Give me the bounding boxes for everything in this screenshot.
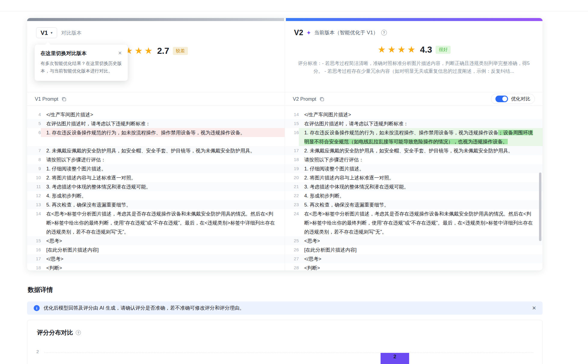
v2-rating-row: ★★★★ 4.3 很好 — [285, 44, 543, 56]
ai-sparkle-icon: ✦ — [306, 30, 311, 36]
code-line-17: 172. 未佩戴应佩戴的安全防护用具，如安全帽、安全手套、护目镜等，视为未佩戴安… — [285, 146, 543, 155]
code-line-9: 91. 仔细阅读整个图片描述。 — [27, 164, 285, 173]
v1-panel: V1 ▾ 对比版本 ★★★ 2.7 较差 在这里切换对比版本 × 有多次智能优化… — [27, 21, 285, 271]
chart-title: 评分分布对比 — [37, 329, 73, 337]
page-header-divider — [0, 11, 588, 11]
code-line-18: 18<判断> — [27, 263, 285, 271]
y-axis-tick: 2 — [36, 349, 39, 354]
close-icon[interactable]: × — [532, 305, 536, 311]
version-switch-tooltip: 在这里切换对比版本 × 有多次智能优化结果？在这里切换历史版本，与当前智能优化版… — [35, 44, 128, 81]
score-distribution-card: 评分分布对比 ? 2 2 — [27, 320, 543, 364]
star-icon: ★ — [387, 45, 396, 54]
v1-score: 2.7 — [157, 46, 169, 56]
v2-scrollbar-thumb[interactable] — [539, 173, 541, 241]
code-line-15: 15在评估图片描述时，请考虑以下违规判断标准： — [285, 119, 543, 128]
code-line-25: 25<思考> — [285, 236, 543, 245]
code-line-15: 15<思考> — [27, 236, 285, 245]
code-line-23: 235. 再次检查，确保没有遗漏重要细节。 — [285, 200, 543, 209]
code-line-11: 113. 考虑描述中体现的整体情况和潜在违规可能。 — [27, 182, 285, 191]
code-line-16: 16[在此分析图片描述内容] — [27, 245, 285, 254]
notice-text: 优化后模型回答及评分由 AI 生成，请确认评分是否准确，若不准确可修改评分和评分… — [44, 305, 528, 311]
v2-prompt-header: V2 Prompt 优化对比 — [285, 92, 543, 106]
copy-icon[interactable] — [61, 96, 66, 102]
version-color-strips — [27, 18, 543, 21]
data-details-title: 数据详情 — [28, 286, 53, 294]
code-line-21: 213. 考虑描述中体现的整体情况和潜在违规可能。 — [285, 182, 543, 191]
toggle-label: 优化对比 — [511, 96, 530, 102]
code-line-18: 18请按照以下步骤进行评估： — [285, 155, 543, 164]
diff-added-text: ；设备周围环境明显不符合安全规范（如电线乱拉乱接等可能导致危险操作的情况），也视… — [304, 130, 533, 144]
star-icon: ★ — [378, 45, 386, 54]
code-line-5: 5在评估图片描述时，请考虑以下违规判断标准： — [27, 119, 285, 128]
code-line-28: 28<判断> — [285, 263, 543, 271]
info-icon: i — [34, 305, 40, 311]
v2-panel: V2 ✦ 当前版本（智能优化于 V1） ? ★★★★ 4.3 很好 评分标准：-… — [285, 21, 543, 271]
v2-rating-badge: 很好 — [436, 46, 451, 54]
code-line-13: 135. 再次检查，确保没有遗漏重要细节。 — [27, 200, 285, 209]
tooltip-title: 在这里切换对比版本 — [41, 50, 118, 57]
v1-stars: ★★★ — [124, 46, 154, 55]
chevron-down-icon: ▾ — [51, 31, 52, 35]
close-icon[interactable]: × — [118, 50, 122, 56]
current-version-label: 当前版本（智能优化于 V1） — [314, 29, 378, 36]
v1-rating-badge: 较差 — [173, 47, 188, 55]
code-line-19: 191. 仔细阅读整个图片描述。 — [285, 164, 543, 173]
compare-version-label: 对比版本 — [61, 29, 82, 36]
code-line-20: 202. 将图片描述内容与上述标准逐一对照。 — [285, 173, 543, 182]
code-line-7: 72. 未佩戴应佩戴的安全防护用具，如安全帽、安全手套、护目镜等，视为未佩戴安全… — [27, 146, 285, 155]
v2-gradient-strip — [286, 18, 543, 21]
help-icon[interactable]: ? — [381, 30, 387, 35]
copy-icon[interactable] — [319, 96, 324, 102]
v1-version-text: V1 — [41, 29, 48, 36]
code-line-8: 8请按照以下步骤进行评估： — [27, 155, 285, 164]
code-line-27: 27</思考> — [285, 254, 543, 263]
v2-prompt-code: 14</生产车间图片描述>15在评估图片描述时，请考虑以下违规判断标准：161.… — [285, 106, 543, 271]
prompt-compare-card: V1 ▾ 对比版本 ★★★ 2.7 较差 在这里切换对比版本 × 有多次智能优化… — [27, 18, 543, 271]
code-line-22: 224. 形成初步判断。 — [285, 191, 543, 200]
star-icon: ★ — [407, 45, 415, 54]
code-line-24: 24在<思考>标签中分析图片描述，考虑其是否存在违规操作设备和未佩戴安全防护用具… — [285, 209, 543, 236]
code-line-14: 14在<思考>标签中分析图片描述，考虑其是否存在违规操作设备和未佩戴安全防护用具… — [27, 209, 285, 236]
code-line-6: 61. 存在违反设备操作规范的行为，如未按流程操作、操作禁用设备等，视为违规操作… — [27, 128, 285, 137]
v1-prompt-header: V1 Prompt — [27, 92, 285, 106]
code-line-17: 17</思考> — [27, 254, 285, 263]
star-icon: ★ — [135, 46, 143, 55]
code-line-4: 4</生产车间图片描述> — [27, 110, 285, 119]
code-line-14: 14</生产车间图片描述> — [285, 110, 543, 119]
code-line-12: 124. 形成初步判断。 — [27, 191, 285, 200]
chart-help-icon[interactable]: ? — [76, 330, 81, 335]
v1-version-dropdown[interactable]: V1 ▾ — [36, 27, 57, 38]
code-line-10: 102. 将图片描述内容与上述标准逐一对照。 — [27, 173, 285, 182]
v1-prompt-code: 4</生产车间图片描述>5在评估图片描述时，请考虑以下违规判断标准：61. 存在… — [27, 106, 285, 271]
optimize-compare-toggle[interactable]: 优化对比 — [491, 94, 535, 104]
star-icon: ★ — [145, 46, 153, 55]
v2-stars: ★★★★ — [377, 45, 417, 54]
ai-generated-notice: i 优化后模型回答及评分由 AI 生成，请确认评分是否准确，若不准确可修改评分和… — [27, 301, 543, 315]
v2-version-text: V2 — [294, 28, 303, 37]
diff-spacer — [27, 137, 285, 146]
v1-prompt-label: V1 Prompt — [35, 96, 58, 102]
bar-value-label: 2 — [381, 354, 409, 360]
v1-gray-strip — [27, 18, 284, 21]
gridline — [44, 353, 533, 353]
code-line-16: 161. 存在违反设备操作规范的行为，如未按流程操作、操作禁用设备等，视为违规操… — [285, 128, 543, 146]
star-icon: ★ — [397, 45, 406, 54]
code-line-26: 26[在此分析图片描述内容] — [285, 245, 543, 254]
scoring-criteria-text: 评分标准：- 若思考过程简洁清晰，准确对照标准分析图片描述内容，判断正确且违规类… — [295, 60, 532, 75]
v2-score: 4.3 — [420, 45, 432, 55]
v1-header: V1 ▾ 对比版本 ★★★ 2.7 较差 在这里切换对比版本 × 有多次智能优化… — [27, 21, 285, 92]
v2-header: V2 ✦ 当前版本（智能优化于 V1） ? ★★★★ 4.3 很好 评分标准：-… — [285, 21, 543, 92]
tooltip-body: 有多次智能优化结果？在这里切换历史版本，与当前智能优化版本进行对比。 — [41, 60, 122, 75]
v2-prompt-label: V2 Prompt — [293, 96, 316, 102]
toggle-switch-on[interactable] — [495, 96, 508, 102]
